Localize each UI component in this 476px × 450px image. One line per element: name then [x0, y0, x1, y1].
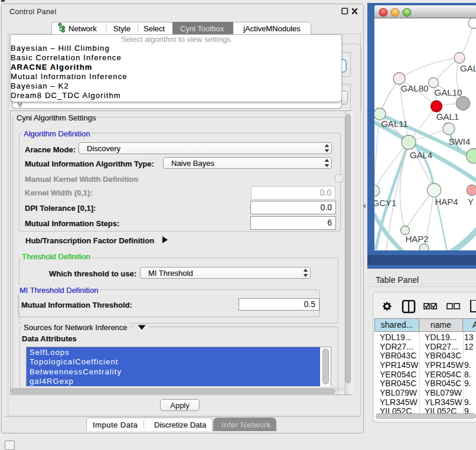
svg-text:GCY1: GCY1: [374, 198, 396, 208]
svg-text:HAP2: HAP2: [405, 234, 428, 244]
svg-text:SWI4: SWI4: [449, 136, 471, 146]
svg-text:GAL10: GAL10: [435, 87, 462, 97]
svg-text:GAL80: GAL80: [401, 83, 429, 93]
svg-text:GAL4: GAL4: [410, 150, 432, 160]
svg-text:GAL11: GAL11: [381, 119, 408, 129]
svg-text:HAP4: HAP4: [435, 197, 458, 207]
svg-text:Y: Y: [468, 197, 474, 207]
svg-text:GAL: GAL: [460, 63, 476, 73]
svg-text:GAL1: GAL1: [436, 112, 459, 122]
